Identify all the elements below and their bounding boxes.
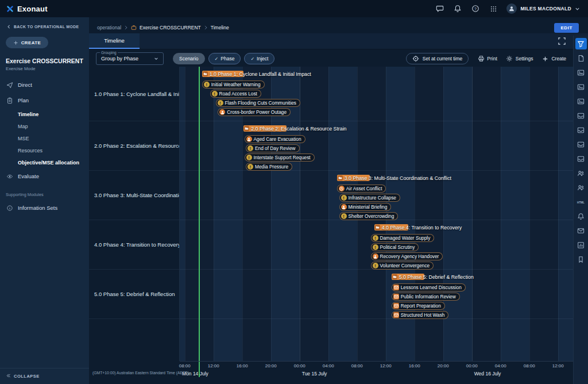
fullscreen-icon[interactable] (557, 37, 566, 46)
inject-chip[interactable]: !Infrastructure Collapse (339, 194, 400, 202)
sidebar-item-map[interactable]: Map (0, 120, 89, 132)
inject-label: Media Pressure (255, 164, 288, 170)
create-button[interactable]: CREATE (6, 37, 48, 48)
help-icon[interactable]: ? (471, 4, 480, 13)
sidebar-item-information-sets[interactable]: Information Sets (0, 200, 89, 216)
filter-chip-phase[interactable]: ✓Phase (208, 53, 241, 64)
sidebar-item-plan[interactable]: Plan (0, 93, 89, 108)
tray-icon[interactable] (575, 110, 587, 121)
warning-icon: ! (341, 213, 347, 219)
sidebar-item-direct[interactable]: Direct (0, 77, 89, 93)
sidebar-item-objective-mse-allocation[interactable]: Objective/MSE allocation (0, 156, 89, 168)
info-icon (6, 204, 13, 212)
print-button[interactable]: Print (477, 55, 497, 63)
inject-chip[interactable]: !End of Day Review (246, 144, 300, 152)
sidebar-item-resources[interactable]: Resources (0, 144, 89, 156)
image-card-3-icon[interactable] (575, 95, 587, 107)
inject-chip[interactable]: !Road Access Lost (210, 90, 261, 98)
gantt-chart[interactable]: 1.0 Phase 1: Cyclone Landfall & Initial … (180, 67, 588, 361)
inject-chip[interactable]: Recovery Agency Handover (371, 252, 443, 260)
tray-4-icon[interactable] (575, 153, 587, 164)
phase-bar[interactable] (202, 71, 244, 77)
collapse-chevrons-icon (6, 373, 11, 379)
inject-chip[interactable]: Air Asset Conflict (337, 185, 386, 193)
app: Exonaut ? MILES MACDONALD (0, 0, 588, 384)
phase-bar[interactable] (243, 125, 287, 132)
phase-bar[interactable] (392, 274, 425, 280)
inject-chip[interactable]: Structured Hot Wash (392, 311, 449, 319)
direct-icon (6, 81, 13, 89)
timeline-row: 5.0 Phase 5: Debrief & ReflectionLessons… (180, 270, 588, 319)
tray-3-icon[interactable] (575, 139, 587, 150)
sidebar-item-label: Evaluate (18, 173, 39, 179)
sidebar-item-mse[interactable]: MSE (0, 132, 89, 144)
file-icon[interactable] (575, 52, 587, 64)
mail-icon[interactable] (575, 225, 587, 236)
inject-chip[interactable]: !Shelter Overcrowding (339, 212, 399, 220)
inject-chip[interactable]: Public Information Review (392, 293, 460, 301)
brand[interactable]: Exonaut (6, 5, 48, 13)
grouping-select[interactable]: Grouping Group by Phase (96, 52, 164, 65)
back-arrow-icon (6, 24, 11, 29)
settings-label: Settings (516, 56, 533, 62)
image-card-2-icon[interactable] (575, 81, 587, 93)
inject-chip[interactable]: Aged Care Evacuation (245, 135, 305, 143)
bell-icon[interactable] (575, 210, 587, 222)
inject-chip[interactable]: !Political Scrutiny (371, 243, 419, 251)
inject-chip[interactable]: !Damaged Water Supply (371, 234, 435, 242)
chevron-down-icon (575, 6, 580, 11)
chevron-right-icon (204, 25, 208, 30)
axis-tick-label: 20:00 (265, 363, 277, 368)
users-2-icon[interactable] (575, 182, 587, 193)
inject-label: Public Information Review (401, 294, 456, 299)
breadcrumb-timeline[interactable]: Timeline (211, 25, 229, 30)
html-icon[interactable]: HTML (575, 196, 587, 208)
inject-chip[interactable]: !Volunteer Convergence (371, 262, 434, 270)
inject-chip[interactable]: Lessons Learned Discussion (392, 283, 466, 291)
inject-chip[interactable]: !Interstate Support Request (245, 153, 315, 162)
inject-chip[interactable]: !Media Pressure (246, 163, 292, 171)
breadcrumb-exercise[interactable]: Exercise CROSSCURRENT (140, 25, 201, 30)
axis-chart: 08:0012:0016:0020:0000:0004:0008:0012:00… (180, 361, 588, 384)
inject-label: Interstate Support Request (254, 155, 311, 160)
settings-button[interactable]: Settings (506, 55, 533, 63)
collapse-button[interactable]: COLLAPSE (0, 368, 89, 384)
chart-icon[interactable] (575, 239, 587, 251)
breadcrumb-operational[interactable]: operational (97, 25, 121, 30)
print-label: Print (487, 56, 497, 62)
filter-chip-scenario[interactable]: Scenario (173, 53, 205, 64)
inject-chip[interactable]: Cross-border Power Outage (218, 108, 291, 116)
inject-chip[interactable]: !Initial Weather Warning (202, 80, 265, 89)
inject-label: Flash Flooding Cuts Communities (225, 100, 297, 106)
edit-button[interactable]: EDIT (554, 23, 579, 33)
users-icon[interactable] (575, 167, 587, 179)
sidebar-item-timeline[interactable]: Timeline (0, 108, 89, 120)
phase-bar[interactable] (374, 224, 408, 231)
inject-label: Political Scrutiny (380, 244, 415, 250)
axis-tick-label: 08:00 (179, 363, 191, 368)
bell-icon[interactable] (453, 4, 462, 13)
top-bar: Exonaut ? MILES MACDONALD (0, 0, 588, 17)
user-menu[interactable]: MILES MACDONALD (506, 3, 580, 14)
phase-bar[interactable] (337, 175, 370, 181)
back-to-operational-mode[interactable]: BACK TO OPERATIONAL MODE (0, 17, 89, 32)
inject-chip[interactable]: !Flash Flooding Cuts Communities (216, 99, 301, 107)
chip-label: Scenario (179, 56, 199, 62)
apps-grid-icon[interactable] (489, 4, 498, 13)
tray-2-icon[interactable] (575, 124, 587, 136)
chat-icon[interactable] (435, 4, 444, 13)
inject-label: Damaged Water Supply (380, 235, 431, 241)
create-timeline-item-button[interactable]: Create (541, 55, 566, 63)
axis-tick-label: 08:00 (351, 363, 363, 368)
image-card-icon[interactable] (575, 67, 587, 78)
filter-chip-inject[interactable]: ✓Inject (244, 53, 274, 64)
bookmark-icon[interactable] (575, 254, 587, 265)
inject-chip[interactable]: Ministerial Briefing (339, 203, 392, 211)
sidebar-item-evaluate[interactable]: Evaluate (0, 168, 89, 184)
tab-timeline[interactable]: Timeline (89, 33, 140, 49)
main-content: operational Exercise CROSSCURRENT Timeli… (89, 17, 588, 384)
filter-icon[interactable] (575, 38, 587, 49)
warning-icon: ! (373, 263, 378, 268)
inject-chip[interactable]: Report Preparation (392, 302, 445, 310)
set-at-current-time-button[interactable]: Set at current time (406, 53, 469, 64)
